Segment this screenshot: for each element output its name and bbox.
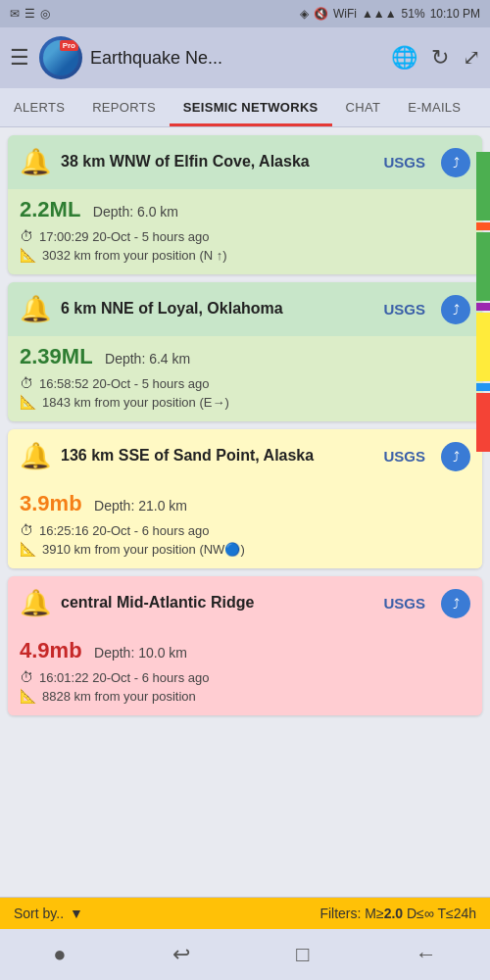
eq-time-row-3: ⏱ 16:25:16 20-Oct - 6 hours ago [20, 522, 470, 538]
app-logo: Pro [39, 36, 82, 79]
globe-icon[interactable]: 🌐 [391, 45, 417, 71]
status-right-info: ◈ 🔇 WiFi ▲▲▲ 51% 10:10 PM [300, 7, 480, 21]
eq-source-2: USGS [383, 301, 425, 318]
pro-badge: Pro [60, 40, 78, 51]
status-bar: ✉ ☰ ◎ ◈ 🔇 WiFi ▲▲▲ 51% 10:10 PM [0, 0, 490, 27]
color-strip-purple [476, 303, 490, 311]
nav-home-icon[interactable]: □ [296, 942, 309, 967]
eq-time-4: 16:01:22 20-Oct - 6 hours ago [39, 670, 209, 685]
earthquake-card-2: 🔔 6 km NNE of Loyal, Oklahoma USGS ⤴ 2.3… [8, 282, 482, 421]
wifi-icon: WiFi [333, 7, 357, 21]
signal-status-icon: ◎ [40, 7, 50, 21]
filter-prefix: Filters: M≥ [319, 906, 383, 921]
eq-magnitude-4: 4.9mb [20, 638, 82, 662]
earthquake-alert-icon-2: 🔔 [20, 294, 51, 324]
eq-distance-1: 3032 km from your position (N ↑) [42, 248, 227, 263]
nav-dot-icon[interactable]: ● [53, 942, 66, 967]
bottom-bar: Sort by.. ▼ Filters: M≥2.0 D≤∞ T≤24h ● ↩… [0, 897, 490, 980]
earthquake-alert-icon-1: 🔔 [20, 147, 51, 177]
eq-card-header-4: 🔔 central Mid-Atlantic Ridge USGS ⤴ [8, 576, 482, 630]
eq-details-2: 2.39ML Depth: 6.4 km ⏱ 16:58:52 20-Oct -… [8, 336, 482, 421]
eq-distance-row-2: 📐 1843 km from your position (E→) [20, 394, 470, 410]
eq-meta-1: ⏱ 17:00:29 20-Oct - 5 hours ago 📐 3032 k… [20, 228, 470, 263]
refresh-icon[interactable]: ↻ [431, 45, 449, 71]
eq-depth-4: Depth: 10.0 km [94, 645, 187, 661]
earthquake-alert-icon-4: 🔔 [20, 588, 51, 618]
eq-source-3: USGS [383, 448, 425, 465]
navigation-bar: ● ↩ □ ← [0, 929, 490, 980]
nav-back-app-icon[interactable]: ↩ [172, 942, 190, 967]
time-display: 10:10 PM [430, 7, 480, 21]
eq-distance-row-1: 📐 3032 km from your position (N ↑) [20, 247, 470, 263]
eq-location-1: 38 km WNW of Elfin Cove, Alaska [61, 152, 373, 172]
eq-source-1: USGS [383, 154, 425, 171]
tab-reports[interactable]: REPORTS [78, 88, 170, 126]
eq-distance-3: 3910 km from your position (NW🔵) [42, 542, 245, 557]
distance-icon-1: 📐 [20, 247, 36, 263]
clock-icon-2: ⏱ [20, 375, 33, 391]
share-icon-3: ⤴ [453, 449, 460, 465]
color-strip-blue [476, 383, 490, 391]
eq-depth-1: Depth: 6.0 km [93, 204, 178, 220]
eq-time-1: 17:00:29 20-Oct - 5 hours ago [39, 229, 209, 244]
eq-depth-2: Depth: 6.4 km [105, 351, 190, 367]
menu-status-icon: ☰ [24, 7, 35, 21]
eq-card-header-1: 🔔 38 km WNW of Elfin Cove, Alaska USGS ⤴ [8, 135, 482, 189]
eq-distance-2: 1843 km from your position (E→) [42, 395, 229, 410]
hamburger-menu-icon[interactable]: ☰ [10, 45, 29, 71]
color-strip-red [476, 222, 490, 230]
eq-meta-3: ⏱ 16:25:16 20-Oct - 6 hours ago 📐 3910 k… [20, 522, 470, 557]
eq-distance-4: 8828 km from your position [42, 689, 196, 704]
eq-location-3: 136 km SSE of Sand Point, Alaska [61, 446, 373, 466]
eq-meta-4: ⏱ 16:01:22 20-Oct - 6 hours ago 📐 8828 k… [20, 669, 470, 704]
eq-details-1: 2.2ML Depth: 6.0 km ⏱ 17:00:29 20-Oct - … [8, 189, 482, 274]
color-strip-yellow [476, 313, 490, 381]
eq-source-4: USGS [383, 595, 425, 612]
app-name: Earthquake Ne... [90, 48, 222, 69]
eq-magnitude-2: 2.39ML [20, 344, 93, 368]
battery-level: 51% [402, 7, 425, 21]
eq-share-button-4[interactable]: ⤴ [441, 589, 470, 618]
eq-time-3: 16:25:16 20-Oct - 6 hours ago [39, 523, 209, 538]
tab-bar: ALERTS REPORTS SEISMIC NETWORKS CHAT E-M… [0, 88, 490, 127]
signal-bars-icon: ▲▲▲ [362, 7, 397, 21]
sort-by-label: Sort by.. [14, 906, 64, 921]
eq-share-button-2[interactable]: ⤴ [441, 295, 470, 324]
earthquake-list: 🔔 38 km WNW of Elfin Cove, Alaska USGS ⤴… [0, 127, 490, 723]
silent-icon: 🔇 [314, 7, 328, 21]
mail-icon: ✉ [10, 7, 20, 21]
tab-emails[interactable]: E-MAILS [394, 88, 474, 126]
eq-card-header-3: 🔔 136 km SSE of Sand Point, Alaska USGS … [8, 429, 482, 483]
sort-dropdown-icon: ▼ [70, 906, 83, 921]
eq-share-button-3[interactable]: ⤴ [441, 442, 470, 471]
app-title-area: Pro Earthquake Ne... [39, 36, 381, 79]
nav-back-icon[interactable]: ← [416, 942, 437, 967]
eq-distance-row-3: 📐 3910 km from your position (NW🔵) [20, 541, 470, 557]
eq-share-button-1[interactable]: ⤴ [441, 148, 470, 177]
status-left-icons: ✉ ☰ ◎ [10, 7, 50, 21]
globe-logo-icon: Pro [43, 40, 78, 75]
clock-icon-1: ⏱ [20, 228, 33, 244]
eq-location-2: 6 km NNE of Loyal, Oklahoma [61, 299, 373, 319]
color-strip-panel [476, 152, 490, 452]
tab-seismic-networks[interactable]: SEISMIC NETWORKS [170, 88, 332, 126]
color-strip-green-1 [476, 152, 490, 220]
eq-magnitude-3: 3.9mb [20, 491, 82, 515]
expand-icon[interactable]: ⤢ [463, 45, 480, 71]
earthquake-card-4: 🔔 central Mid-Atlantic Ridge USGS ⤴ 4.9m… [8, 576, 482, 715]
eq-details-3: 3.9mb Depth: 21.0 km ⏱ 16:25:16 20-Oct -… [8, 483, 482, 568]
distance-icon-4: 📐 [20, 688, 36, 704]
eq-location-4: central Mid-Atlantic Ridge [61, 593, 373, 613]
tab-chat[interactable]: CHAT [332, 88, 395, 126]
tab-alerts[interactable]: ALERTS [0, 88, 78, 126]
earthquake-card-1: 🔔 38 km WNW of Elfin Cove, Alaska USGS ⤴… [8, 135, 482, 274]
eq-time-2: 16:58:52 20-Oct - 5 hours ago [39, 376, 209, 391]
sort-by-dropdown[interactable]: Sort by.. ▼ [14, 906, 83, 921]
eq-meta-2: ⏱ 16:58:52 20-Oct - 5 hours ago 📐 1843 k… [20, 375, 470, 410]
eq-details-4: 4.9mb Depth: 10.0 km ⏱ 16:01:22 20-Oct -… [8, 630, 482, 715]
location-icon: ◈ [300, 7, 309, 21]
filter-suffix: D≤∞ T≤24h [403, 906, 476, 921]
eq-time-row-2: ⏱ 16:58:52 20-Oct - 5 hours ago [20, 375, 470, 391]
eq-time-row-4: ⏱ 16:01:22 20-Oct - 6 hours ago [20, 669, 470, 685]
eq-magnitude-1: 2.2ML [20, 197, 80, 221]
